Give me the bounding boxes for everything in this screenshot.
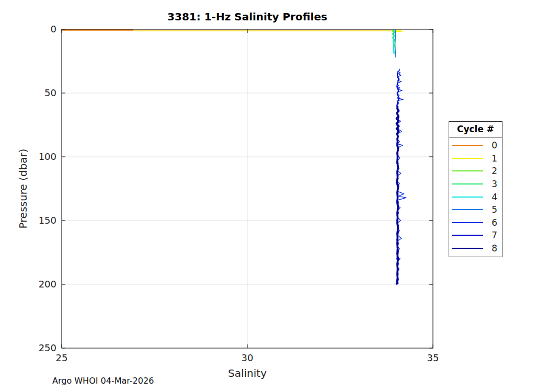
legend-entry-3: 3 — [449, 178, 502, 191]
watermark-text: Argo WHOI 04-Mar-2026 — [52, 376, 154, 386]
ytick-label-100: 100 — [39, 151, 56, 162]
legend-line-sample — [452, 145, 483, 146]
legend-entry-8: 8 — [449, 242, 502, 255]
xtick-label-35: 35 — [427, 352, 439, 363]
ytick-label-200: 200 — [39, 279, 56, 290]
legend-entry-1: 1 — [449, 152, 502, 165]
legend-entry-4: 4 — [449, 190, 502, 203]
legend-entry-label: 1 — [483, 153, 502, 164]
legend-entry-5: 5 — [449, 203, 502, 216]
legend-line-sample — [452, 170, 483, 171]
legend-box: Cycle # 012345678 — [449, 121, 502, 257]
legend-line-sample — [452, 183, 483, 185]
legend-entry-label: 2 — [483, 166, 502, 176]
legend-line-sample — [452, 158, 483, 159]
legend-entry-label: 6 — [483, 217, 502, 228]
y-axis-label: Pressure (dbar) — [17, 148, 29, 228]
legend-line-sample — [452, 248, 483, 249]
series-cycle4-shallow — [394, 30, 394, 54]
legend-entry-label: 8 — [483, 243, 502, 253]
legend-entry-label: 3 — [483, 179, 502, 189]
legend-entry-label: 0 — [483, 140, 502, 151]
legend-line-sample — [452, 235, 483, 236]
xtick-label-25: 25 — [56, 352, 68, 363]
ytick-label-150: 150 — [39, 215, 56, 226]
figure-window: 253035050100150200250 3381: 1-Hz Salinit… — [0, 0, 549, 392]
legend-entries: 012345678 — [449, 137, 502, 257]
plot-title: 3381: 1-Hz Salinity Profiles — [62, 10, 433, 23]
legend-line-sample — [452, 222, 483, 223]
series-cycle5-shallow — [395, 30, 396, 57]
legend-entry-0: 0 — [449, 139, 502, 152]
legend-entry-label: 4 — [483, 192, 502, 202]
legend-title: Cycle # — [449, 122, 502, 137]
legend-entry-6: 6 — [449, 216, 502, 229]
legend-entry-label: 5 — [483, 204, 502, 215]
legend-entry-2: 2 — [449, 165, 502, 178]
legend-entry-7: 7 — [449, 229, 502, 242]
legend-line-sample — [452, 209, 483, 210]
xtick-label-30: 30 — [242, 352, 254, 363]
ytick-label-50: 50 — [44, 87, 56, 98]
ytick-label-250: 250 — [39, 342, 56, 353]
legend-entry-label: 7 — [483, 230, 502, 240]
ytick-label-0: 0 — [51, 24, 56, 34]
legend-line-sample — [452, 197, 483, 198]
